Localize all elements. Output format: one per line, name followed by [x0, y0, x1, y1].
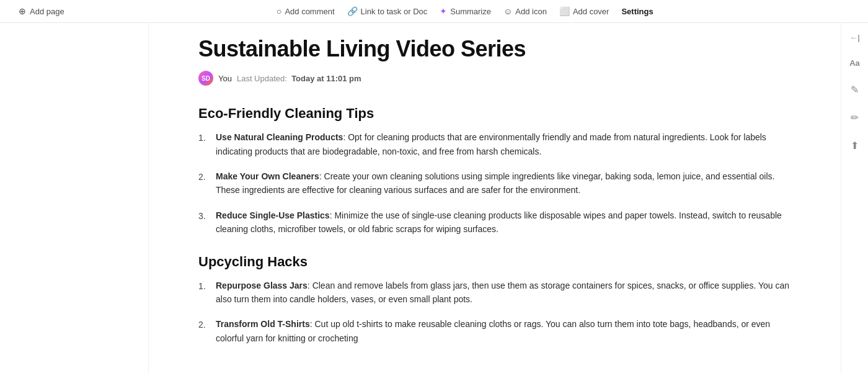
list-content: Transform Old T-Shirts: Cut up old t-shi…: [216, 317, 791, 345]
list-item: 2. Transform Old T-Shirts: Cut up old t-…: [198, 317, 791, 345]
comment-icon: ○: [277, 6, 281, 16]
list-bold: Reduce Single-Use Plastics: [216, 210, 330, 220]
main-layout: Sustainable Living Video Series SD You L…: [0, 23, 868, 373]
list-bold: Transform Old T-Shirts: [216, 319, 310, 329]
collapse-panel-button[interactable]: ←|: [847, 30, 862, 45]
add-comment-button[interactable]: ○ Add comment: [272, 4, 340, 19]
list-bold: Repurpose Glass Jars: [216, 281, 308, 290]
left-sidebar: [0, 23, 149, 373]
list-number: 2.: [198, 169, 210, 197]
list-number: 1.: [198, 130, 210, 158]
list-number: 2.: [198, 317, 210, 345]
list-bold: Use Natural Cleaning Products: [216, 132, 343, 142]
summarize-button[interactable]: ✦ Summarize: [435, 4, 496, 19]
list-number: 3.: [198, 209, 210, 236]
section-2-list: 1. Repurpose Glass Jars: Clean and remov…: [198, 279, 791, 346]
last-updated-label: Last Updated:: [237, 74, 287, 83]
add-cover-label: Add cover: [573, 7, 609, 16]
list-item: 1. Use Natural Cleaning Products: Opt fo…: [198, 130, 791, 158]
author-name: You: [218, 74, 232, 83]
list-bold: Make Your Own Cleaners: [216, 171, 319, 181]
edit2-button[interactable]: ✏: [848, 109, 861, 126]
add-page-label: Add page: [30, 7, 64, 16]
list-item: 1. Repurpose Glass Jars: Clean and remov…: [198, 279, 791, 307]
list-number: 1.: [198, 279, 210, 307]
doc-title: Sustainable Living Video Series: [198, 35, 791, 62]
font-settings-button[interactable]: Aa: [847, 56, 862, 70]
add-page-icon: ⊕: [19, 6, 26, 16]
image-icon: ⬜: [559, 6, 570, 16]
link-icon: 🔗: [347, 6, 358, 16]
sparkle-icon: ✦: [440, 6, 447, 16]
last-updated-value: Today at 11:01 pm: [291, 74, 361, 83]
edit-button[interactable]: ✎: [848, 81, 861, 98]
add-icon-button[interactable]: ☺ Add icon: [498, 4, 552, 19]
list-item: 3. Reduce Single-Use Plastics: Minimize …: [198, 209, 791, 236]
link-button[interactable]: 🔗 Link to task or Doc: [342, 4, 433, 19]
avatar: SD: [198, 71, 213, 86]
add-page-button[interactable]: ⊕ Add page: [12, 4, 71, 19]
settings-button[interactable]: Settings: [616, 4, 658, 19]
section-heading-2: Upcycling Hacks: [198, 254, 791, 270]
content-area: Sustainable Living Video Series SD You L…: [149, 23, 841, 373]
toolbar-center: ○ Add comment 🔗 Link to task or Doc ✦ Su…: [74, 4, 856, 19]
add-icon-label: Add icon: [515, 7, 547, 16]
list-content: Use Natural Cleaning Products: Opt for c…: [216, 130, 791, 158]
share-button[interactable]: ⬆: [848, 137, 861, 154]
section-1-list: 1. Use Natural Cleaning Products: Opt fo…: [198, 130, 791, 236]
add-comment-label: Add comment: [285, 7, 334, 16]
link-label: Link to task or Doc: [361, 7, 428, 16]
add-cover-button[interactable]: ⬜ Add cover: [554, 4, 614, 19]
list-content: Make Your Own Cleaners: Create your own …: [216, 169, 791, 197]
right-sidebar: ←| Aa ✎ ✏ ⬆: [841, 23, 868, 373]
list-content: Repurpose Glass Jars: Clean and remove l…: [216, 279, 791, 307]
settings-label: Settings: [621, 7, 653, 16]
section-heading-1: Eco-Friendly Cleaning Tips: [198, 106, 791, 122]
last-updated: Last Updated: Today at 11:01 pm: [237, 74, 361, 83]
summarize-label: Summarize: [450, 7, 491, 16]
author-row: SD You Last Updated: Today at 11:01 pm: [198, 71, 791, 86]
list-content: Reduce Single-Use Plastics: Minimize the…: [216, 209, 791, 236]
toolbar: ⊕ Add page ○ Add comment 🔗 Link to task …: [0, 0, 868, 23]
list-item: 2. Make Your Own Cleaners: Create your o…: [198, 169, 791, 197]
toolbar-left: ⊕ Add page: [12, 4, 71, 19]
smiley-icon: ☺: [503, 6, 512, 16]
